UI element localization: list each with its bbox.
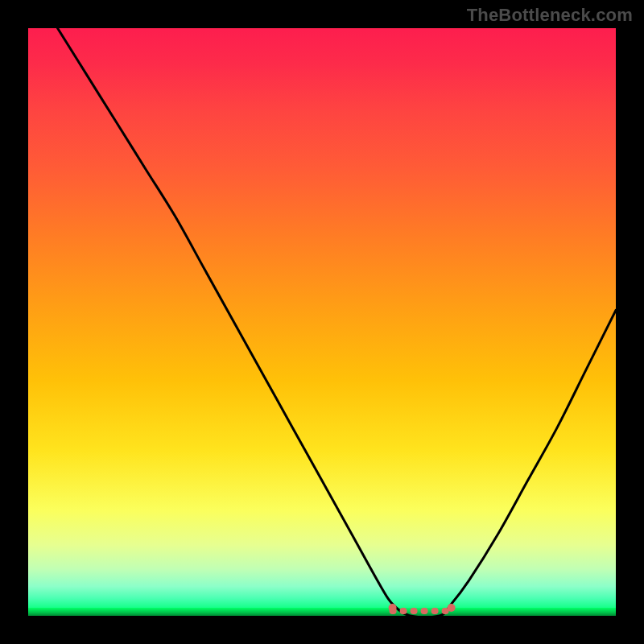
chart-svg [28,28,616,616]
bottleneck-curve [58,28,617,616]
minimum-marker-left [389,604,397,612]
minimum-marker-right [448,604,456,612]
chart-frame: TheBottleneck.com [0,0,644,644]
watermark-label: TheBottleneck.com [467,5,633,26]
plot-area [28,28,616,616]
